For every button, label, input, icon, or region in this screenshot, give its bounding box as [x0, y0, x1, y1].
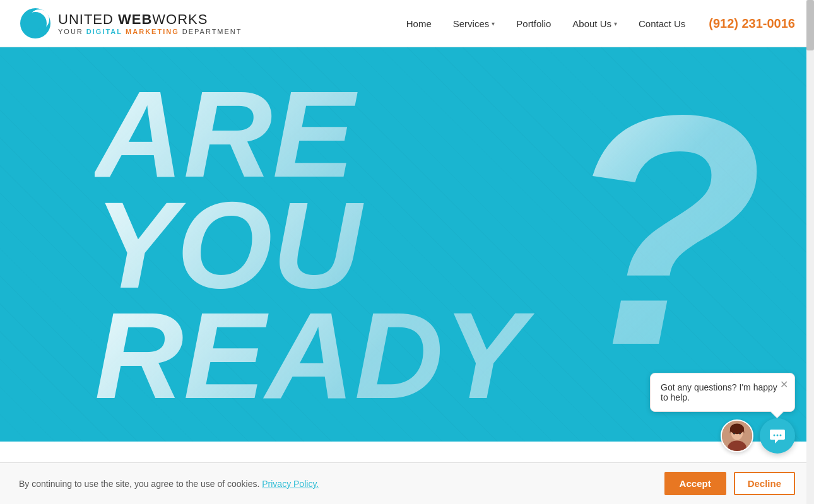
chat-avatar-row: ✕ Got any questions? I'm happy to help.	[650, 373, 795, 412]
scrollbar-track[interactable]	[806, 0, 814, 442]
nav-contact[interactable]: Contact Us	[631, 13, 693, 34]
phone-number[interactable]: (912) 231-0016	[709, 16, 795, 31]
chat-bubble: ✕ Got any questions? I'm happy to help.	[650, 373, 795, 412]
chat-icon	[769, 427, 786, 442]
hero-question-mark: ?	[563, 66, 764, 394]
avatar-image	[722, 419, 752, 442]
svg-point-10	[739, 433, 741, 435]
chat-open-button[interactable]	[760, 418, 795, 442]
svg-point-12	[777, 435, 779, 437]
logo-text: UNITED WEBWORKS YOUR DIGITAL MARKETING D…	[58, 11, 242, 35]
svg-point-4	[25, 15, 41, 32]
header: UNITED WEBWORKS YOUR DIGITAL MARKETING D…	[0, 0, 814, 47]
nav-portfolio[interactable]: Portfolio	[509, 13, 558, 34]
about-chevron-icon: ▾	[614, 20, 617, 27]
hero-line-you: YOU	[95, 190, 651, 301]
logo-subtitle: YOUR DIGITAL MARKETING DEPARTMENT	[58, 28, 242, 35]
chat-bubble-text: Got any questions? I'm happy to help.	[661, 382, 777, 402]
svg-point-13	[780, 435, 782, 437]
chat-avatar	[721, 419, 753, 442]
logo-icon	[19, 7, 52, 40]
chat-widget: ✕ Got any questions? I'm happy to help.	[650, 373, 795, 442]
hero-big-text: ARE YOU READY	[0, 60, 651, 442]
chat-close-icon[interactable]: ✕	[780, 378, 788, 390]
main-nav: Home Services ▾ Portfolio About Us ▾ Con…	[399, 13, 795, 34]
scrollbar-thumb[interactable]	[806, 0, 814, 50]
hero-line-are: ARE	[95, 79, 651, 190]
svg-point-9	[733, 433, 735, 435]
svg-point-11	[774, 435, 776, 437]
nav-about[interactable]: About Us ▾	[565, 13, 625, 34]
nav-home[interactable]: Home	[399, 13, 439, 34]
hero-line-ready: READY	[95, 300, 651, 411]
logo-title: UNITED WEBWORKS	[58, 11, 242, 28]
logo-area[interactable]: UNITED WEBWORKS YOUR DIGITAL MARKETING D…	[19, 7, 242, 40]
services-chevron-icon: ▾	[492, 20, 495, 27]
nav-services[interactable]: Services ▾	[445, 13, 503, 34]
